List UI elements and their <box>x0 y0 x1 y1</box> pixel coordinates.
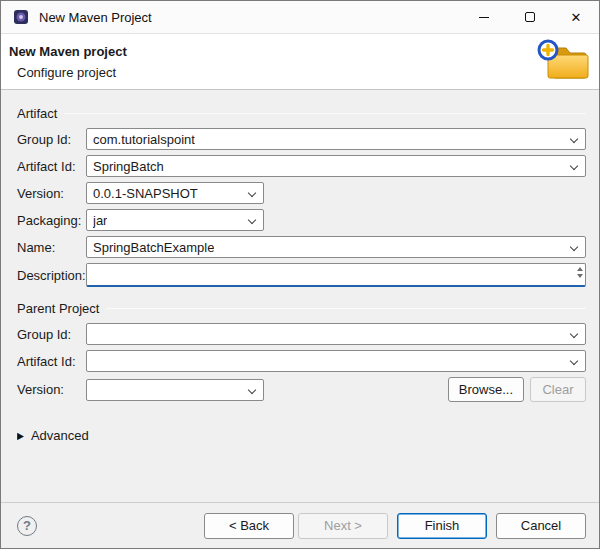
parent-group-id-combo[interactable] <box>86 323 586 345</box>
parent-version-buttons: Browse... Clear <box>448 377 586 402</box>
page-subtitle: Configure project <box>9 65 127 80</box>
version-value: 0.0.1-SNAPSHOT <box>93 186 198 201</box>
field-row-artifact-id: Artifact Id: SpringBatch <box>17 155 586 177</box>
artifact-group-label: Artifact <box>17 106 57 121</box>
next-button: Next > <box>298 513 388 539</box>
name-label: Name: <box>17 240 86 255</box>
new-folder-icon <box>537 38 589 86</box>
chevron-down-icon[interactable] <box>570 135 578 143</box>
field-row-description: Description: <box>17 263 586 287</box>
description-input[interactable] <box>86 263 586 287</box>
expand-arrow-icon[interactable]: ▶ <box>17 430 24 441</box>
maximize-icon <box>525 12 535 22</box>
maximize-button[interactable] <box>507 1 553 33</box>
page-title: New Maven project <box>9 44 127 59</box>
parent-group-header: Parent Project <box>17 301 586 316</box>
name-combo[interactable]: SpringBatchExample <box>86 236 586 258</box>
group-id-value: com.tutorialspoint <box>93 132 195 147</box>
group-id-combo[interactable]: com.tutorialspoint <box>86 128 586 150</box>
field-row-packaging: Packaging: jar <box>17 209 586 231</box>
wizard-content: Artifact Group Id: com.tutorialspoint Ar… <box>1 90 599 502</box>
field-row-parent-artifact-id: Artifact Id: <box>17 350 586 372</box>
finish-button[interactable]: Finish <box>397 513 487 539</box>
chevron-down-icon[interactable] <box>570 357 578 365</box>
parent-group-id-label: Group Id: <box>17 327 86 342</box>
packaging-value: jar <box>93 213 107 228</box>
button-bar: ? < Back Next > Finish Cancel <box>1 502 599 548</box>
chevron-down-icon[interactable] <box>248 216 256 224</box>
artifact-id-combo[interactable]: SpringBatch <box>86 155 586 177</box>
cancel-button[interactable]: Cancel <box>496 513 586 539</box>
titlebar: New Maven Project ✕ <box>1 1 599 33</box>
new-maven-project-dialog: New Maven Project ✕ New Maven project Co… <box>0 0 600 549</box>
chevron-down-icon[interactable] <box>570 330 578 338</box>
minimize-button[interactable] <box>461 1 507 33</box>
description-label: Description: <box>17 268 86 283</box>
window-controls: ✕ <box>461 1 599 33</box>
group-id-label: Group Id: <box>17 132 86 147</box>
scroll-down-icon[interactable] <box>577 274 583 278</box>
field-row-parent-group-id: Group Id: <box>17 323 586 345</box>
wizard-header: New Maven project Configure project <box>1 33 599 90</box>
parent-version-combo[interactable] <box>86 379 264 401</box>
back-button[interactable]: < Back <box>204 513 294 539</box>
chevron-down-icon[interactable] <box>570 243 578 251</box>
artifact-id-value: SpringBatch <box>93 159 164 174</box>
field-row-version: Version: 0.0.1-SNAPSHOT <box>17 182 586 204</box>
field-row-parent-version: Version: Browse... Clear <box>17 377 586 402</box>
field-row-name: Name: SpringBatchExample <box>17 236 586 258</box>
parent-group-rule <box>106 308 586 309</box>
artifact-group-header: Artifact <box>17 106 586 121</box>
version-combo[interactable]: 0.0.1-SNAPSHOT <box>86 182 264 204</box>
chevron-down-icon[interactable] <box>248 385 256 393</box>
close-button[interactable]: ✕ <box>553 1 599 33</box>
advanced-toggle[interactable]: ▶ Advanced <box>17 428 586 443</box>
packaging-label: Packaging: <box>17 213 86 228</box>
artifact-group-rule <box>64 113 586 114</box>
wizard-app-icon <box>13 9 29 25</box>
clear-button: Clear <box>530 377 586 402</box>
artifact-id-label: Artifact Id: <box>17 159 86 174</box>
parent-version-label: Version: <box>17 382 86 397</box>
help-button[interactable]: ? <box>17 516 37 536</box>
name-value: SpringBatchExample <box>93 240 214 255</box>
window-title: New Maven Project <box>39 10 152 25</box>
close-icon: ✕ <box>571 11 582 24</box>
advanced-label: Advanced <box>31 428 89 443</box>
parent-artifact-id-label: Artifact Id: <box>17 354 86 369</box>
minimize-icon <box>479 17 489 18</box>
chevron-down-icon[interactable] <box>570 162 578 170</box>
chevron-down-icon[interactable] <box>248 189 256 197</box>
packaging-combo[interactable]: jar <box>86 209 264 231</box>
field-row-group-id: Group Id: com.tutorialspoint <box>17 128 586 150</box>
parent-group-label: Parent Project <box>17 301 99 316</box>
browse-button[interactable]: Browse... <box>448 377 524 402</box>
description-scrollbar[interactable] <box>577 267 583 278</box>
scroll-up-icon[interactable] <box>577 267 583 271</box>
wizard-header-text: New Maven project Configure project <box>1 44 127 80</box>
version-label: Version: <box>17 186 86 201</box>
parent-artifact-id-combo[interactable] <box>86 350 586 372</box>
